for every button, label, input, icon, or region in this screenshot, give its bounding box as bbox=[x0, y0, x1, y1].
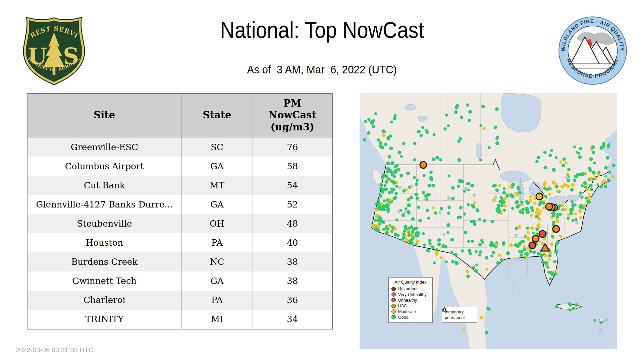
monitor-site-dot[interactable] bbox=[555, 156, 558, 159]
monitor-site-dot[interactable] bbox=[604, 185, 607, 188]
monitor-site-dot[interactable] bbox=[408, 240, 412, 243]
monitor-site-dot[interactable] bbox=[500, 258, 503, 261]
monitor-site-dot[interactable] bbox=[462, 328, 465, 331]
monitor-site-dot[interactable] bbox=[589, 157, 593, 161]
monitor-site-dot[interactable] bbox=[402, 189, 406, 192]
monitor-site-dot[interactable] bbox=[400, 174, 404, 178]
monitor-site-dot[interactable] bbox=[467, 240, 470, 243]
monitor-site-dot[interactable] bbox=[556, 189, 559, 193]
monitor-site-dot[interactable] bbox=[606, 156, 609, 160]
monitor-site-dot[interactable] bbox=[541, 260, 544, 263]
monitor-site-dot[interactable] bbox=[445, 114, 448, 117]
monitor-site-dot[interactable] bbox=[367, 131, 371, 135]
monitor-site-dot[interactable] bbox=[383, 208, 386, 211]
monitor-site-dot[interactable] bbox=[382, 133, 386, 137]
monitor-site-dot[interactable] bbox=[581, 184, 584, 187]
monitor-site-dot[interactable] bbox=[458, 158, 461, 162]
monitor-site-dot[interactable] bbox=[555, 305, 558, 308]
monitor-site-dot[interactable] bbox=[550, 272, 554, 276]
monitor-site-dot[interactable] bbox=[608, 171, 611, 174]
monitor-site-dot[interactable] bbox=[494, 195, 497, 199]
monitor-site-dot[interactable] bbox=[475, 263, 478, 266]
monitor-site-dot[interactable] bbox=[469, 253, 472, 256]
monitor-site-dot[interactable] bbox=[559, 235, 562, 238]
monitor-site-dot[interactable] bbox=[530, 226, 534, 230]
monitor-site-dot[interactable] bbox=[555, 249, 558, 253]
monitor-site-dot[interactable] bbox=[563, 207, 567, 212]
monitor-site-dot[interactable] bbox=[468, 182, 470, 185]
monitor-site-dot[interactable] bbox=[377, 226, 380, 229]
monitor-site-dot[interactable] bbox=[418, 219, 422, 222]
monitor-site-dot[interactable] bbox=[500, 200, 504, 204]
monitor-site-dot[interactable] bbox=[532, 250, 536, 254]
monitor-site-dot[interactable] bbox=[478, 218, 481, 221]
monitor-site-dot[interactable] bbox=[435, 248, 438, 251]
monitor-site-dot[interactable] bbox=[605, 318, 608, 322]
monitor-site-dot[interactable] bbox=[387, 178, 390, 181]
monitor-site-dot[interactable] bbox=[371, 224, 375, 227]
monitor-site-dot[interactable] bbox=[526, 227, 529, 230]
monitor-site-dot[interactable] bbox=[437, 243, 441, 246]
monitor-site-dot[interactable] bbox=[498, 254, 501, 257]
monitor-site-dot[interactable] bbox=[572, 206, 574, 209]
monitor-site-dot[interactable] bbox=[527, 231, 530, 234]
monitor-site-dot[interactable] bbox=[394, 196, 397, 199]
monitor-site-dot[interactable] bbox=[416, 179, 419, 182]
monitor-site-dot[interactable] bbox=[594, 319, 597, 322]
monitor-site-dot[interactable] bbox=[509, 193, 513, 197]
monitor-site-dot[interactable] bbox=[464, 231, 467, 234]
monitor-site-dot[interactable] bbox=[612, 164, 615, 167]
monitor-site-dot[interactable] bbox=[573, 145, 576, 148]
monitor-site-dot[interactable] bbox=[548, 258, 551, 261]
monitor-site-dot[interactable] bbox=[592, 178, 595, 181]
monitor-site-dot[interactable] bbox=[378, 223, 381, 226]
monitor-site-dot[interactable] bbox=[389, 146, 393, 150]
monitor-site-dot[interactable] bbox=[559, 161, 562, 164]
monitor-site-dot[interactable] bbox=[413, 142, 417, 145]
monitor-site-dot[interactable] bbox=[402, 236, 405, 239]
monitor-site-dot[interactable] bbox=[488, 146, 491, 149]
monitor-site-dot[interactable] bbox=[430, 178, 433, 181]
monitor-site-dot[interactable] bbox=[517, 187, 520, 190]
monitor-site-dot[interactable] bbox=[397, 210, 401, 213]
monitor-site-dot[interactable] bbox=[446, 231, 449, 234]
monitor-site-dot[interactable] bbox=[407, 198, 410, 201]
monitor-site-dot[interactable] bbox=[571, 183, 575, 187]
monitor-site-dot[interactable] bbox=[387, 210, 390, 213]
monitor-site-dot[interactable] bbox=[567, 185, 570, 188]
monitor-site-dot[interactable] bbox=[466, 275, 470, 278]
monitor-site-dot[interactable] bbox=[383, 130, 386, 133]
monitor-site-dot[interactable] bbox=[536, 207, 539, 211]
monitor-site-dot[interactable] bbox=[375, 224, 378, 227]
monitor-site-dot[interactable] bbox=[442, 233, 445, 236]
monitor-site-dot[interactable] bbox=[394, 114, 397, 117]
monitor-site-dot[interactable] bbox=[390, 188, 393, 191]
monitor-site-dot[interactable] bbox=[515, 234, 518, 237]
monitor-site-dot[interactable] bbox=[478, 253, 481, 256]
temporary-site-marker[interactable] bbox=[420, 162, 427, 168]
monitor-site-dot[interactable] bbox=[367, 118, 370, 121]
monitor-site-dot[interactable] bbox=[578, 156, 582, 159]
monitor-site-dot[interactable] bbox=[515, 227, 518, 230]
monitor-site-dot[interactable] bbox=[521, 208, 525, 212]
monitor-site-dot[interactable] bbox=[588, 195, 591, 199]
monitor-site-dot[interactable] bbox=[544, 195, 547, 198]
monitor-site-dot[interactable] bbox=[569, 212, 573, 215]
monitor-site-dot[interactable] bbox=[574, 203, 577, 206]
monitor-site-dot[interactable] bbox=[395, 219, 398, 222]
monitor-site-dot[interactable] bbox=[583, 181, 587, 185]
monitor-site-dot[interactable] bbox=[410, 184, 413, 188]
monitor-site-dot[interactable] bbox=[591, 145, 595, 149]
monitor-site-dot[interactable] bbox=[491, 220, 494, 223]
monitor-site-dot[interactable] bbox=[530, 206, 533, 209]
monitor-site-dot[interactable] bbox=[579, 216, 582, 219]
monitor-site-dot[interactable] bbox=[363, 138, 366, 141]
monitor-site-dot[interactable] bbox=[394, 192, 398, 195]
monitor-site-dot[interactable] bbox=[485, 331, 488, 334]
monitor-site-dot[interactable] bbox=[389, 134, 392, 138]
monitor-site-dot[interactable] bbox=[607, 178, 610, 181]
monitor-site-dot[interactable] bbox=[414, 193, 418, 196]
monitor-site-dot[interactable] bbox=[386, 162, 390, 165]
monitor-site-dot[interactable] bbox=[545, 261, 548, 265]
monitor-site-dot[interactable] bbox=[531, 209, 534, 212]
